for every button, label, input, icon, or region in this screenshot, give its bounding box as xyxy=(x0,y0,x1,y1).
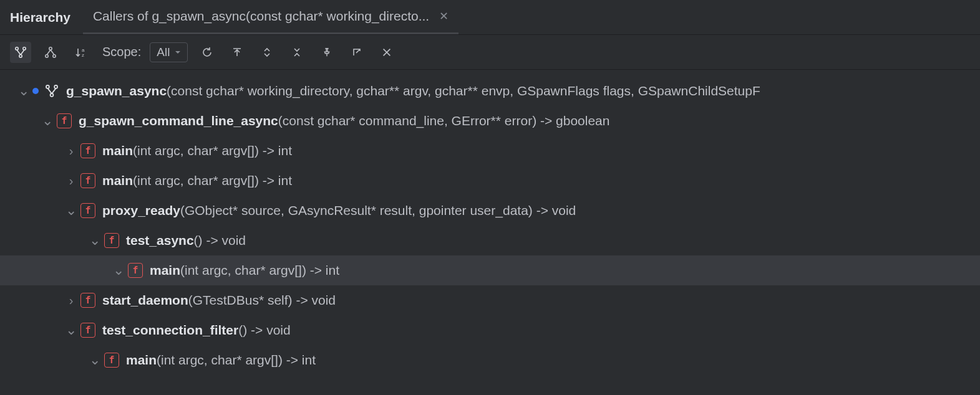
function-name: main xyxy=(102,173,133,188)
function-signature: (int argc, char* argv[]) -> int xyxy=(180,263,339,278)
tree-row[interactable]: ⌄fg_spawn_command_line_async(const gchar… xyxy=(0,106,980,136)
tree-row[interactable]: ›fmain(int argc, char* argv[]) -> int xyxy=(0,136,980,166)
branch-icon xyxy=(44,83,60,99)
chevron-right-icon[interactable]: › xyxy=(62,174,80,188)
function-icon: f xyxy=(80,292,96,308)
svg-point-1 xyxy=(23,47,26,49)
tree-row[interactable]: ⌄fmain(int argc, char* argv[]) -> int xyxy=(0,255,980,285)
tree-row[interactable]: ⌄ftest_async() -> void xyxy=(0,226,980,255)
scroll-to-source-icon[interactable] xyxy=(226,42,248,63)
scope-label: Scope: xyxy=(102,45,141,59)
chevron-right-icon[interactable]: › xyxy=(62,293,80,308)
chevron-down-icon[interactable]: ⌄ xyxy=(86,352,104,368)
function-icon: f xyxy=(104,232,120,249)
sort-icon[interactable]: az xyxy=(70,42,91,63)
function-name: g_spawn_async xyxy=(66,83,167,98)
function-name: test_async xyxy=(126,233,194,248)
chevron-down-icon xyxy=(175,49,181,55)
chevron-down-icon[interactable]: ⌄ xyxy=(62,202,80,219)
function-icon: f xyxy=(80,173,96,189)
hierarchy-toolbar: az Scope: All xyxy=(0,35,980,70)
function-name: proxy_ready xyxy=(102,203,180,218)
function-signature: (int argc, char* argv[]) -> int xyxy=(157,353,316,368)
current-marker-icon xyxy=(32,88,39,94)
tree-row[interactable]: ⌄g_spawn_async(const gchar* working_dire… xyxy=(0,76,980,106)
svg-point-3 xyxy=(49,47,52,49)
panel-title: Hierarchy xyxy=(0,0,83,34)
tree-row[interactable]: ›fstart_daemon(GTestDBus* self) -> void xyxy=(0,285,980,315)
function-name: main xyxy=(102,143,133,158)
function-signature: () -> void xyxy=(194,233,246,248)
function-signature: (int argc, char* argv[]) -> int xyxy=(133,143,292,158)
tree-row[interactable]: ⌄ftest_connection_filter() -> void xyxy=(0,315,980,345)
chevron-down-icon[interactable]: ⌄ xyxy=(86,232,104,249)
function-name: start_daemon xyxy=(102,293,188,308)
function-name: g_spawn_command_line_async xyxy=(79,113,278,128)
svg-text:z: z xyxy=(82,52,84,58)
svg-point-4 xyxy=(46,54,48,57)
refresh-icon[interactable] xyxy=(196,42,218,63)
svg-point-0 xyxy=(16,47,18,49)
chevron-down-icon[interactable]: ⌄ xyxy=(39,113,56,129)
chevron-down-icon[interactable]: ⌄ xyxy=(110,262,127,278)
hierarchy-tab[interactable]: Callers of g_spawn_async(const gchar* wo… xyxy=(83,0,458,34)
chevron-right-icon[interactable]: › xyxy=(62,144,80,158)
svg-point-2 xyxy=(19,54,22,57)
tree-row[interactable]: ⌄fproxy_ready(GObject* source, GAsyncRes… xyxy=(0,196,980,226)
function-signature: (int argc, char* argv[]) -> int xyxy=(133,173,292,188)
function-icon: f xyxy=(104,352,120,368)
tree-row[interactable]: ›fmain(int argc, char* argv[]) -> int xyxy=(0,166,980,196)
function-icon: f xyxy=(56,113,72,129)
close-icon[interactable]: ✕ xyxy=(439,9,449,23)
function-icon: f xyxy=(80,322,96,338)
tree-row[interactable]: ⌄fmain(int argc, char* argv[]) -> int xyxy=(0,345,980,375)
svg-point-10 xyxy=(51,93,54,97)
chevron-down-icon[interactable]: ⌄ xyxy=(15,83,32,99)
function-signature: (const gchar* command_line, GError** err… xyxy=(278,113,610,128)
function-name: main xyxy=(150,263,180,278)
function-signature: (GTestDBus* self) -> void xyxy=(188,293,336,308)
function-signature: (GObject* source, GAsyncResult* result, … xyxy=(180,203,576,218)
svg-point-9 xyxy=(54,85,57,88)
function-name: main xyxy=(126,353,157,368)
pin-icon[interactable] xyxy=(316,42,337,63)
callee-hierarchy-icon[interactable] xyxy=(40,42,61,63)
expand-all-icon[interactable] xyxy=(256,42,278,63)
function-signature: (const gchar* working_directory, gchar**… xyxy=(167,83,760,98)
function-name: test_connection_filter xyxy=(102,323,238,338)
function-icon: f xyxy=(80,202,96,219)
scope-value: All xyxy=(157,45,170,59)
hierarchy-header: Hierarchy Callers of g_spawn_async(const… xyxy=(0,0,980,35)
chevron-down-icon[interactable]: ⌄ xyxy=(62,322,80,338)
function-icon: f xyxy=(80,143,96,159)
function-icon: f xyxy=(127,262,143,278)
svg-point-5 xyxy=(53,54,56,57)
call-hierarchy-tree[interactable]: ⌄g_spawn_async(const gchar* working_dire… xyxy=(0,70,980,381)
scope-dropdown[interactable]: All xyxy=(150,42,188,62)
function-signature: () -> void xyxy=(238,323,290,338)
collapse-all-icon[interactable] xyxy=(286,42,308,63)
svg-point-8 xyxy=(46,85,49,88)
export-icon[interactable] xyxy=(346,42,367,63)
tab-label: Callers of g_spawn_async(const gchar* wo… xyxy=(93,9,429,24)
caller-hierarchy-icon[interactable] xyxy=(10,42,31,63)
close-panel-icon[interactable] xyxy=(376,42,397,63)
